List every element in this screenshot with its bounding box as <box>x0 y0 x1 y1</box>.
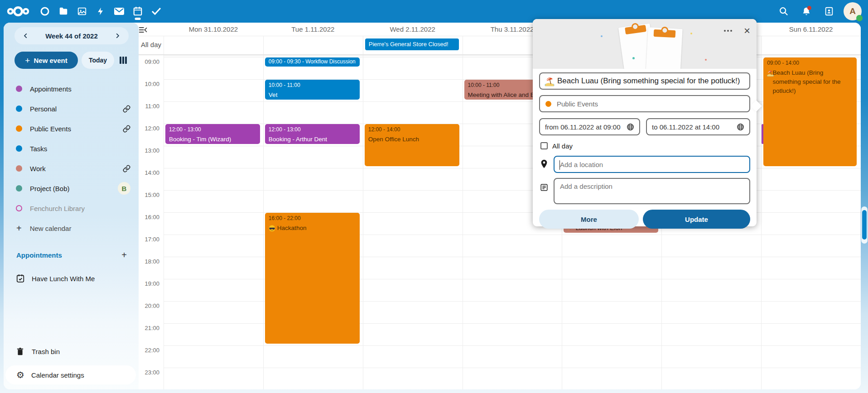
timezone-globe-icon[interactable] <box>627 123 634 131</box>
shared-link-icon <box>123 125 130 133</box>
photos-app-icon[interactable] <box>72 0 91 23</box>
location-field <box>554 156 750 173</box>
event-booking-arthur-dent[interactable]: 12:00 - 13:00 Booking - Arthur Dent <box>265 124 360 144</box>
week-title: Week 44 of 2022 <box>45 32 98 40</box>
calendar-item-work[interactable]: Work <box>4 158 139 178</box>
plus-icon: + <box>25 56 30 65</box>
calendar-item-personal[interactable]: Personal <box>4 99 139 119</box>
calendar-item-appointments[interactable]: Appointments <box>4 79 139 99</box>
calendar-list: Appointments Personal Public Events <box>4 79 139 238</box>
shared-link-icon <box>123 165 130 173</box>
day-column-sun[interactable]: 09:00 - 14:00 Beach Luau (Bring somethin… <box>761 55 861 389</box>
calendar-color-dot <box>16 145 22 152</box>
confetti-dot <box>705 59 707 61</box>
shared-link-icon <box>123 105 130 113</box>
beach-emoji <box>767 68 771 77</box>
update-button[interactable]: Update <box>643 210 750 229</box>
timezone-globe-icon[interactable] <box>737 123 744 131</box>
contacts-icon[interactable] <box>821 3 837 19</box>
day-header[interactable]: Sun 6.11.2022 <box>761 23 861 36</box>
active-app-indicator <box>135 18 140 20</box>
status-online-dot <box>856 15 863 21</box>
trash-icon <box>16 347 24 356</box>
location-input[interactable] <box>555 161 749 168</box>
calendar-color-dot <box>16 185 22 192</box>
event-hackathon[interactable]: 16:00 - 22:00 Hackathon <box>265 213 360 344</box>
all-day-event[interactable]: Pierre's General Store Closed! <box>365 38 459 50</box>
calendar-list-toggle-icon[interactable] <box>139 26 148 34</box>
calendar-item-fenchurch-library[interactable]: Fenchurch Library <box>4 198 139 218</box>
confetti-dot <box>601 35 603 37</box>
calendar-color-dot <box>16 165 22 172</box>
calendar-color-dot <box>16 125 22 132</box>
calendar-app-icon[interactable] <box>128 0 147 23</box>
calendar-color-dot <box>545 101 551 107</box>
calendar-sidebar: Week 44 of 2022 + New event Today Appoin… <box>4 23 139 389</box>
end-datetime-field[interactable]: to 06.11.2022 at 14:00 <box>646 118 750 135</box>
trash-bin-button[interactable]: Trash bin <box>4 341 139 361</box>
calendar-picker-value: Public Events <box>557 100 598 108</box>
nextcloud-logo-icon[interactable] <box>4 0 33 23</box>
new-event-button[interactable]: + New event <box>14 52 78 69</box>
event-open-office-lunch[interactable]: 12:00 - 14:00 Open Office Lunch <box>365 124 459 166</box>
calendar-item-tasks[interactable]: Tasks <box>4 139 139 158</box>
office-app-icon[interactable] <box>35 0 54 23</box>
more-button[interactable]: More <box>539 210 639 229</box>
avatar[interactable]: A <box>844 2 862 20</box>
event-workflow-discussion[interactable]: 09:00 - 09:30 - Workflow Discussion <box>265 58 360 67</box>
week-navigation: Week 44 of 2022 <box>14 27 129 44</box>
calendar-picker[interactable]: Public Events <box>539 95 750 112</box>
beach-emoji <box>545 77 555 86</box>
notifications-bell-icon[interactable] <box>798 3 815 19</box>
search-icon[interactable] <box>776 3 792 19</box>
all-day-label: All day <box>141 41 161 48</box>
add-appointment-button[interactable]: + <box>121 250 127 260</box>
confetti-dot <box>690 33 692 34</box>
event-title-input[interactable] <box>540 77 749 86</box>
screen: A Week 44 of 2022 + New event <box>0 0 868 393</box>
tasks-app-icon[interactable] <box>147 0 165 23</box>
all-day-cell[interactable] <box>761 36 861 54</box>
calendar-color-ring <box>16 205 22 211</box>
day-column-tue[interactable]: 09:00 - 09:30 - Workflow Discussion 10:0… <box>263 55 363 389</box>
all-day-cell[interactable] <box>164 36 263 54</box>
start-datetime-field[interactable]: from 06.11.2022 at 09:00 <box>539 118 640 135</box>
previous-week-button[interactable] <box>21 31 31 41</box>
calendar-check-icon <box>16 274 25 283</box>
description-field <box>554 178 750 204</box>
appointments-section-heading: Appointments <box>16 251 121 259</box>
calendar-settings-button[interactable]: ⚙ Calendar settings <box>5 365 136 384</box>
event-beach-luau[interactable]: 09:00 - 14:00 Beach Luau (Bring somethin… <box>763 58 857 166</box>
calendar-item-public-events[interactable]: Public Events <box>4 119 139 139</box>
close-icon[interactable]: × <box>744 25 750 36</box>
new-calendar-button[interactable]: + New calendar <box>4 218 139 238</box>
day-column-mon[interactable]: 12:00 - 13:00 Booking - Tim (Wizard) <box>164 55 263 389</box>
day-header[interactable]: Wed 2.11.2022 <box>363 23 463 36</box>
day-header[interactable]: Mon 31.10.2022 <box>164 23 263 36</box>
text-cursor <box>559 160 560 170</box>
day-header[interactable]: Tue 1.11.2022 <box>263 23 363 36</box>
event-title-field[interactable] <box>539 72 750 90</box>
all-day-checkbox[interactable] <box>540 142 548 149</box>
today-button[interactable]: Today <box>82 52 114 69</box>
files-app-icon[interactable] <box>54 0 72 23</box>
time-gutter: 09:00 10:00 11:00 12:00 13:00 14:00 15:0… <box>139 55 164 389</box>
sunglasses-emoji <box>269 224 275 232</box>
mail-app-icon[interactable] <box>110 0 128 23</box>
calendar-item-project-bob[interactable]: Project (Bob) B <box>4 178 139 198</box>
event-vet[interactable]: 10:00 - 11:00 Vet <box>265 80 360 100</box>
calendar-color-dot <box>16 86 22 92</box>
activity-app-icon[interactable] <box>91 0 110 23</box>
event-booking-tim[interactable]: 12:00 - 13:00 Booking - Tim (Wizard) <box>165 124 260 144</box>
day-column-wed[interactable]: 12:00 - 14:00 Open Office Lunch <box>363 55 463 389</box>
all-day-cell[interactable] <box>263 36 363 54</box>
next-week-button[interactable] <box>112 31 122 41</box>
all-day-cell[interactable]: Pierre's General Store Closed! <box>363 36 463 54</box>
appointment-item-have-lunch[interactable]: Have Lunch With Me <box>4 268 139 288</box>
page-scrollbar-thumb[interactable] <box>862 210 867 240</box>
share-owner-badge: B <box>118 182 130 195</box>
more-actions-icon[interactable] <box>722 28 734 34</box>
description-input[interactable] <box>560 182 745 202</box>
avatar-letter: A <box>849 6 856 16</box>
view-switcher-icon[interactable] <box>118 55 129 66</box>
